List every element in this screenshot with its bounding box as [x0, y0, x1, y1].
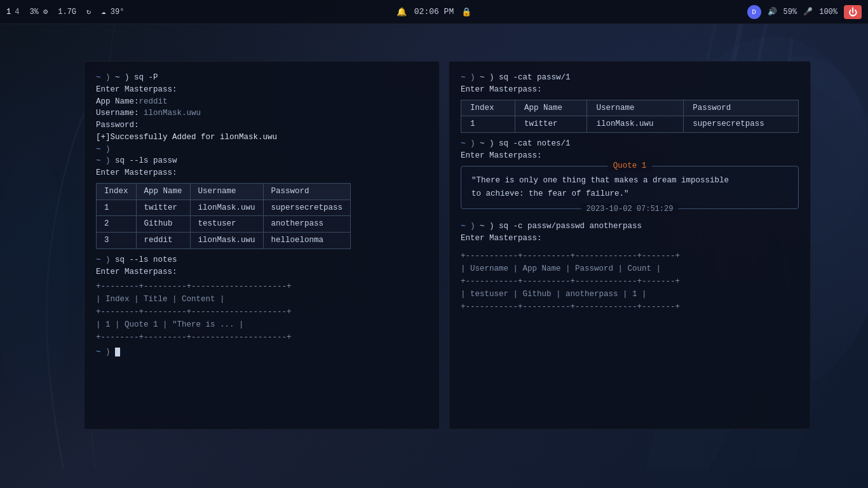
notes-table-line: | Index | Title | Content | [96, 293, 428, 306]
discord-icon[interactable]: D [747, 5, 761, 19]
left-line-9: Enter Masterpass: [96, 167, 428, 179]
left-terminal[interactable]: ~ ) ~ ) sq -P Enter Masterpass: App Name… [84, 61, 440, 430]
left-line-12: ~ ) [96, 346, 428, 358]
right-bottom-table: +-----------+----------+-------------+--… [461, 250, 799, 313]
right-line-5: ~ ) ~ ) sq -c passw/passwd anotherpass [461, 220, 799, 233]
col-username: Username [190, 183, 263, 200]
right-line-1: ~ ) ~ ) sq -cat passw/1 [461, 72, 799, 84]
left-line-8: ~ ) sq --ls passw [96, 155, 428, 167]
bottom-table-line: | testuser | Github | anotherpass | 1 | [461, 288, 799, 301]
bottom-table-line: | Username | App Name | Password | Count… [461, 262, 799, 275]
right-line-2: Enter Masterpass: [461, 84, 799, 96]
notes-table-line: | 1 | Quote 1 | "There is ... | [96, 318, 428, 331]
bottom-table-line: +-----------+----------+-------------+--… [461, 250, 799, 262]
right-line-3: ~ ) ~ ) sq -cat notes/1 [461, 138, 799, 150]
lock-icon: 🔒 [461, 7, 471, 17]
topbar-right: D 🔊 59% 🎤 100% ⏻ [747, 5, 862, 19]
cursor [115, 348, 120, 356]
workspace-4[interactable]: 4 [15, 8, 19, 17]
rcol-appname: App Name [515, 100, 587, 116]
bottom-table-line: +-----------+----------+-------------+--… [461, 275, 799, 288]
left-line-success: [+]Successfully Added for ilonMask.uwu [96, 132, 428, 144]
network-usage: 1.7G [58, 8, 76, 17]
weather-display: ☁ 39° [101, 7, 124, 17]
notes-table-line: +--------+---------+--------------------… [96, 331, 428, 344]
left-line-7: ~ ) [96, 144, 428, 156]
power-button[interactable]: ⏻ [844, 5, 862, 19]
left-line-password: Password: [96, 119, 428, 132]
left-line-10: ~ ) sq --ls notes [96, 254, 428, 266]
table-row: 1twitterilonMask.uwusupersecretpass [461, 116, 799, 133]
table-row: 1twitterilonMask.uwusupersecretpass [97, 200, 351, 216]
rcol-username: Username [587, 100, 684, 116]
refresh-icon: ↻ [86, 7, 91, 17]
gear-icon: ⚙ [43, 8, 48, 17]
quote-date: 2023-10-02 07:51:29 [581, 203, 679, 215]
cpu-usage: 3% ⚙ [29, 7, 48, 17]
bottom-table-line: +-----------+----------+-------------+--… [461, 301, 799, 313]
quote-title: Quote 1 [608, 160, 652, 172]
col-password: Password [263, 183, 351, 200]
workspaces: 1 4 [6, 8, 19, 17]
col-index: Index [97, 183, 137, 200]
left-line-1: ~ ) ~ ) sq -P [96, 72, 428, 84]
rcol-password: Password [684, 100, 799, 116]
right-terminal[interactable]: ~ ) ~ ) sq -cat passw/1 Enter Masterpass… [449, 61, 811, 430]
left-line-username: Username: ilonMask.uwu [96, 107, 428, 119]
right-passw-table: Index App Name Username Password 1twitte… [461, 100, 799, 133]
quote-box: Quote 1 "There is only one thing that ma… [461, 166, 799, 210]
cpu-percent: 3% [29, 8, 38, 17]
rcol-index: Index [461, 100, 515, 116]
bell-icon: 🔔 [397, 7, 407, 17]
topbar-center: 🔔 02:06 PM 🔒 [397, 7, 471, 17]
right-line-6: Enter Masterpass: [461, 233, 799, 245]
left-notes-table: +--------+---------+--------------------… [96, 280, 428, 344]
quote-text: "There is only one thing that makes a dr… [471, 174, 788, 201]
left-line-11: Enter Masterpass: [96, 266, 428, 278]
topbar: 1 4 3% ⚙ 1.7G ↻ ☁ 39° 🔔 02:06 PM 🔒 D 🔊 5… [0, 0, 868, 24]
notes-table-line: +--------+---------+--------------------… [96, 280, 428, 293]
workspace-1[interactable]: 1 [6, 8, 11, 17]
left-passw-table: Index App Name Username Password 1twitte… [96, 183, 351, 249]
volume-level: 59% [783, 8, 797, 17]
left-line-appname: App Name:reddit [96, 96, 428, 108]
table-row: 2Githubtestuseranotherpass [97, 216, 351, 233]
notes-table-line: +--------+---------+--------------------… [96, 306, 428, 318]
left-line-2: Enter Masterpass: [96, 84, 428, 96]
clock-display: 02:06 PM [414, 7, 454, 17]
topbar-left: 1 4 3% ⚙ 1.7G ↻ ☁ 39° [6, 7, 124, 17]
col-appname: App Name [136, 183, 190, 200]
mic-icon: 🎤 [803, 7, 813, 17]
volume-icon: 🔊 [768, 7, 777, 17]
mic-level: 100% [819, 8, 837, 17]
table-row: 3redditilonMask.uwuhelloelonma [97, 233, 351, 249]
terminals-area: ~ ) ~ ) sq -P Enter Masterpass: App Name… [0, 24, 868, 488]
